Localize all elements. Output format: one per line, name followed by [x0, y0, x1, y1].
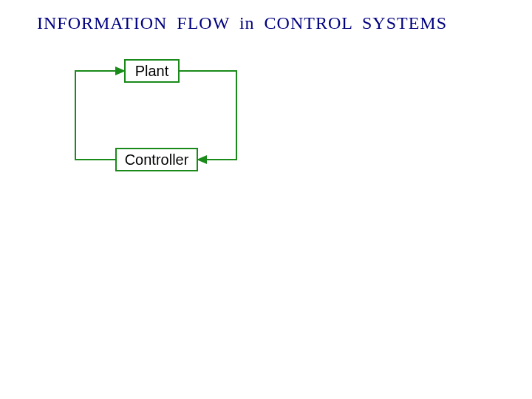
- diagram-title: INFORMATION FLOW in CONTROL SYSTEMS: [37, 13, 447, 33]
- wire-plant-to-controller: [180, 71, 236, 160]
- control-loop-diagram: Plant Controller: [66, 52, 259, 185]
- wire-controller-to-plant: [75, 71, 124, 160]
- plant-block: Plant: [124, 59, 180, 83]
- plant-label: Plant: [135, 63, 169, 80]
- controller-label: Controller: [125, 151, 189, 168]
- controller-block: Controller: [115, 148, 198, 171]
